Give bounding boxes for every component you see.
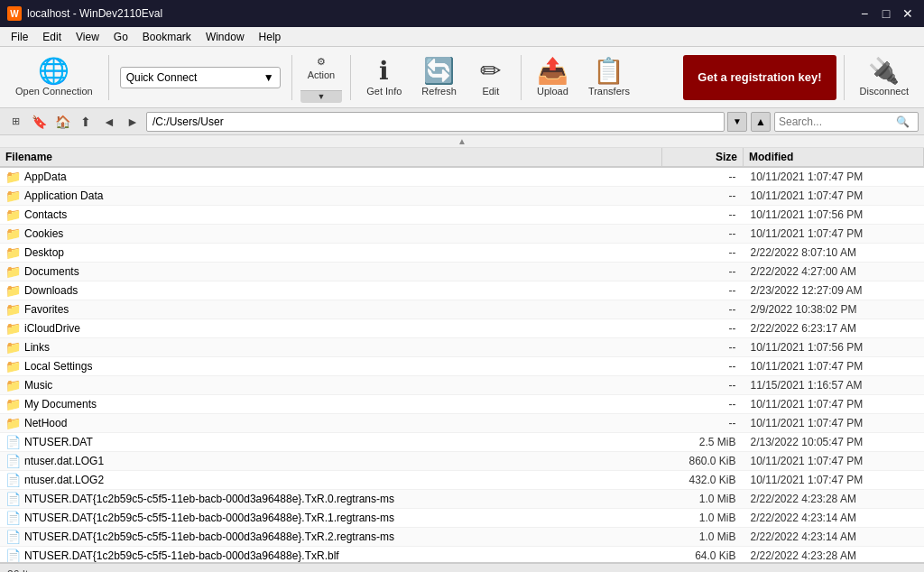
search-input[interactable]: [779, 115, 896, 128]
table-row[interactable]: 📁Application Data--10/11/2021 1:07:47 PM: [0, 187, 924, 206]
folder-icon: 📁: [5, 283, 21, 298]
close-button[interactable]: ✕: [899, 5, 917, 23]
file-icon: 📄: [5, 549, 21, 563]
menu-item-view[interactable]: View: [69, 29, 106, 45]
file-size: 1.0 MiB: [662, 509, 744, 528]
file-name: Links: [24, 341, 50, 354]
file-modified: 2/22/2022 4:23:14 AM: [744, 528, 924, 547]
table-row[interactable]: 📄NTUSER.DAT{1c2b59c5-c5f5-11eb-bacb-000d…: [0, 509, 924, 528]
table-row[interactable]: 📁My Documents--10/11/2021 1:07:47 PM: [0, 395, 924, 414]
get-info-icon: ℹ: [379, 59, 389, 84]
get-info-button[interactable]: ℹ Get Info: [358, 51, 410, 104]
folder-icon: 📁: [5, 245, 21, 260]
menu-item-bookmark[interactable]: Bookmark: [135, 29, 199, 45]
file-modified: 2/13/2022 10:05:47 PM: [744, 433, 924, 452]
file-modified: 2/22/2022 4:23:28 AM: [744, 547, 924, 564]
file-modified: 11/15/2021 1:16:57 AM: [744, 376, 924, 395]
disconnect-button[interactable]: 🔌 Disconnect: [852, 51, 917, 104]
table-row[interactable]: 📁Downloads--2/23/2022 12:27:09 AM: [0, 281, 924, 300]
table-row[interactable]: 📁Local Settings--10/11/2021 1:07:47 PM: [0, 357, 924, 376]
action-button-top: ⚙ Action: [300, 52, 343, 90]
quick-connect-arrow: ▼: [263, 71, 274, 84]
transfers-label: Transfers: [588, 86, 630, 97]
open-connection-button[interactable]: 🌐 Open Connection: [7, 51, 101, 104]
folder-icon: 📁: [5, 340, 21, 355]
column-header-filename[interactable]: Filename: [0, 148, 662, 167]
file-size: --: [662, 338, 744, 357]
bookmark-button[interactable]: 🔖: [29, 112, 49, 132]
table-row[interactable]: 📁Cookies--10/11/2021 1:07:47 PM: [0, 225, 924, 244]
refresh-button[interactable]: 🔄 Refresh: [413, 51, 465, 104]
minimize-button[interactable]: −: [855, 5, 873, 23]
forward-button[interactable]: ►: [123, 112, 143, 132]
table-row[interactable]: 📁Favorites--2/9/2022 10:38:02 PM: [0, 300, 924, 319]
file-name: Music: [24, 379, 52, 392]
table-row[interactable]: 📄ntuser.dat.LOG1860.0 KiB10/11/2021 1:07…: [0, 452, 924, 471]
menu-item-file[interactable]: File: [4, 29, 35, 45]
path-input[interactable]: [146, 112, 725, 132]
quick-connect-dropdown[interactable]: Quick Connect ▼: [120, 67, 281, 88]
file-modified: 2/22/2022 6:23:17 AM: [744, 319, 924, 338]
edit-button[interactable]: ✏ Edit: [468, 51, 513, 104]
file-icon: 📄: [5, 530, 21, 544]
registration-key-button[interactable]: Get a registration key!: [683, 55, 836, 100]
maximize-button[interactable]: □: [877, 5, 895, 23]
title-controls: − □ ✕: [855, 5, 917, 23]
menu-item-window[interactable]: Window: [199, 29, 252, 45]
table-row[interactable]: 📁Links--10/11/2021 1:07:56 PM: [0, 338, 924, 357]
table-row[interactable]: 📁Documents--2/22/2022 4:27:00 AM: [0, 263, 924, 281]
file-name: NTUSER.DAT{1c2b59c5-c5f5-11eb-bacb-000d3…: [24, 549, 339, 562]
refresh-label: Refresh: [421, 86, 457, 97]
edit-label: Edit: [482, 86, 499, 97]
toolbar-separator-5: [844, 55, 845, 100]
file-size: 64.0 KiB: [662, 547, 744, 564]
table-row[interactable]: 📁AppData--10/11/2021 1:07:47 PM: [0, 167, 924, 187]
file-name: Documents: [24, 265, 79, 278]
file-list-area[interactable]: Filename Size Modified 📁AppData--10/11/2…: [0, 148, 924, 563]
column-header-modified[interactable]: Modified: [744, 148, 924, 167]
column-header-size[interactable]: Size: [662, 148, 744, 167]
table-row[interactable]: 📄NTUSER.DAT{1c2b59c5-c5f5-11eb-bacb-000d…: [0, 490, 924, 509]
app-icon: W: [7, 6, 22, 21]
toggle-local-remote-button[interactable]: ⊞: [5, 112, 25, 132]
action-button-arrow[interactable]: ▼: [300, 90, 343, 103]
file-icon: 📄: [5, 492, 21, 506]
sort-button[interactable]: ▲: [751, 112, 771, 132]
upload-label: Upload: [537, 86, 568, 97]
table-row[interactable]: 📄NTUSER.DAT{1c2b59c5-c5f5-11eb-bacb-000d…: [0, 547, 924, 564]
transfers-button[interactable]: 📋 Transfers: [580, 51, 638, 104]
file-icon: 📄: [5, 454, 21, 468]
search-icon[interactable]: 🔍: [896, 115, 910, 128]
file-name: AppData: [24, 171, 67, 183]
back-button[interactable]: ◄: [99, 112, 119, 132]
toolbar-separator-2: [291, 55, 292, 100]
path-dropdown[interactable]: ▼: [727, 112, 747, 132]
table-row[interactable]: 📄NTUSER.DAT2.5 MiB2/13/2022 10:05:47 PM: [0, 433, 924, 452]
title-left: W localhost - WinDev2110Eval: [7, 6, 162, 21]
parent-dir-button[interactable]: ⬆: [76, 112, 96, 132]
table-row[interactable]: 📁iCloudDrive--2/22/2022 6:23:17 AM: [0, 319, 924, 338]
file-modified: 10/11/2021 1:07:47 PM: [744, 452, 924, 471]
table-row[interactable]: 📁NetHood--10/11/2021 1:07:47 PM: [0, 414, 924, 433]
menu-item-help[interactable]: Help: [252, 29, 289, 45]
table-row[interactable]: 📄NTUSER.DAT{1c2b59c5-c5f5-11eb-bacb-000d…: [0, 528, 924, 547]
file-modified: 10/11/2021 1:07:47 PM: [744, 395, 924, 414]
table-row[interactable]: 📁Desktop--2/22/2022 8:07:10 AM: [0, 244, 924, 263]
menu-item-go[interactable]: Go: [106, 29, 135, 45]
file-table: Filename Size Modified 📁AppData--10/11/2…: [0, 148, 924, 563]
home-button[interactable]: 🏠: [52, 112, 72, 132]
file-name: Contacts: [24, 208, 67, 221]
action-button[interactable]: ⚙ Action ▼: [300, 51, 344, 104]
table-row[interactable]: 📁Music--11/15/2021 1:16:57 AM: [0, 376, 924, 395]
upload-button[interactable]: 📤 Upload: [529, 51, 577, 104]
file-size: --: [662, 395, 744, 414]
file-modified: 10/11/2021 1:07:47 PM: [744, 167, 924, 187]
disconnect-icon: 🔌: [868, 59, 900, 84]
file-modified: 2/23/2022 12:27:09 AM: [744, 281, 924, 300]
menu-item-edit[interactable]: Edit: [35, 29, 69, 45]
table-row[interactable]: 📄ntuser.dat.LOG2432.0 KiB10/11/2021 1:07…: [0, 471, 924, 490]
file-icon: 📄: [5, 473, 21, 487]
file-modified: 10/11/2021 1:07:47 PM: [744, 225, 924, 244]
file-size: --: [662, 206, 744, 225]
table-row[interactable]: 📁Contacts--10/11/2021 1:07:56 PM: [0, 206, 924, 225]
